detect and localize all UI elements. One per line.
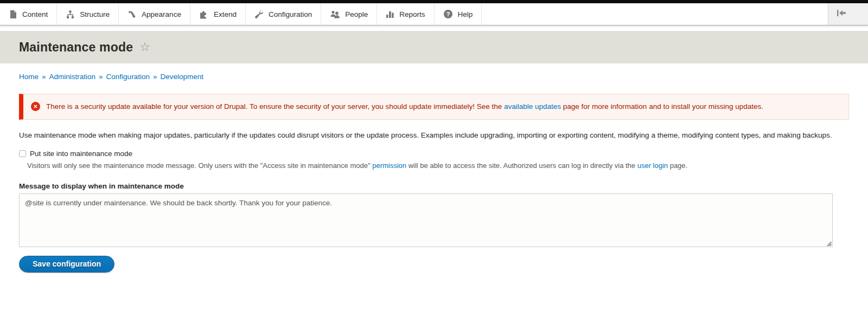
toolbar-orientation-toggle[interactable] bbox=[828, 3, 868, 25]
user-login-link[interactable]: user login bbox=[637, 161, 668, 170]
breadcrumb-link-configuration[interactable]: Configuration bbox=[106, 73, 150, 81]
toolbar-item-label: Configuration bbox=[269, 10, 312, 18]
toolbar-item-configuration[interactable]: Configuration bbox=[246, 3, 321, 25]
desc-text-part: page. bbox=[668, 161, 687, 170]
breadcrumb-link-development[interactable]: Development bbox=[160, 73, 203, 81]
breadcrumb-separator: » bbox=[42, 73, 46, 81]
sitemap-icon bbox=[66, 10, 75, 19]
page-content: Home»Administration»Configuration»Develo… bbox=[0, 73, 868, 273]
toolbar-item-reports[interactable]: Reports bbox=[377, 3, 434, 25]
maintenance-mode-checkbox-row: Put site into maintenance mode bbox=[19, 150, 849, 158]
error-icon: ✕ bbox=[31, 102, 40, 111]
page-header: Maintenance mode ☆ bbox=[0, 31, 868, 63]
message-field-label: Message to display when in maintenance m… bbox=[19, 182, 849, 190]
save-configuration-button[interactable]: Save configuration bbox=[19, 256, 114, 273]
people-icon bbox=[330, 10, 340, 19]
maintenance-mode-intro: Use maintenance mode when making major u… bbox=[19, 129, 849, 141]
toolbar-item-label: Appearance bbox=[142, 10, 181, 18]
breadcrumb: Home»Administration»Configuration»Develo… bbox=[19, 73, 849, 81]
admin-toolbar: Content Structure Appearance Extend Conf… bbox=[0, 3, 868, 25]
toolbar-item-extend[interactable]: Extend bbox=[190, 3, 246, 25]
permission-link[interactable]: permission bbox=[372, 161, 406, 170]
toolbar-collapse-icon bbox=[837, 9, 846, 19]
toolbar-item-structure[interactable]: Structure bbox=[57, 3, 119, 25]
toolbar-item-content[interactable]: Content bbox=[0, 3, 57, 25]
bar-chart-icon bbox=[386, 10, 394, 19]
maintenance-message-textarea[interactable]: @site is currently under maintenance. We… bbox=[19, 193, 833, 247]
breadcrumb-link-home[interactable]: Home bbox=[19, 73, 39, 81]
breadcrumb-link-administration[interactable]: Administration bbox=[49, 73, 96, 81]
file-icon bbox=[9, 10, 17, 19]
toolbar-item-help[interactable]: ? Help bbox=[435, 3, 482, 25]
help-icon: ? bbox=[443, 9, 453, 19]
toolbar-item-label: Structure bbox=[80, 10, 110, 18]
toolbar-item-label: Extend bbox=[214, 10, 237, 18]
wrench-icon bbox=[254, 10, 264, 19]
toolbar-item-label: People bbox=[345, 10, 368, 18]
maintenance-mode-checkbox[interactable] bbox=[19, 150, 26, 157]
puzzle-icon bbox=[199, 10, 209, 19]
message-field-wrap: @site is currently under maintenance. We… bbox=[19, 193, 833, 247]
desc-text-part: Visitors will only see the maintenance m… bbox=[27, 161, 372, 170]
available-updates-link[interactable]: available updates bbox=[504, 102, 561, 111]
breadcrumb-separator: » bbox=[99, 73, 103, 81]
toolbar-item-label: Content bbox=[22, 10, 48, 18]
toolbar-item-label: Help bbox=[458, 10, 473, 18]
svg-text:?: ? bbox=[446, 11, 450, 17]
maintenance-mode-checkbox-label[interactable]: Put site into maintenance mode bbox=[30, 150, 132, 158]
toolbar-item-people[interactable]: People bbox=[321, 3, 377, 25]
error-text-part: page for more information and to install… bbox=[561, 102, 763, 111]
desc-text-part: will be able to access the site. Authori… bbox=[406, 161, 637, 170]
error-message-text: There is a security update available for… bbox=[46, 101, 763, 113]
breadcrumb-separator: » bbox=[153, 73, 157, 81]
maintenance-mode-checkbox-description: Visitors will only see the maintenance m… bbox=[27, 160, 849, 171]
toolbar-item-label: Reports bbox=[399, 10, 425, 18]
toolbar-item-appearance[interactable]: Appearance bbox=[119, 3, 190, 25]
paintbrush-icon bbox=[127, 10, 137, 19]
page-title: Maintenance mode bbox=[19, 40, 133, 55]
error-text-part: There is a security update available for… bbox=[46, 102, 504, 111]
shortcut-star-icon[interactable]: ☆ bbox=[139, 41, 150, 53]
error-message: ✕ There is a security update available f… bbox=[19, 94, 849, 120]
